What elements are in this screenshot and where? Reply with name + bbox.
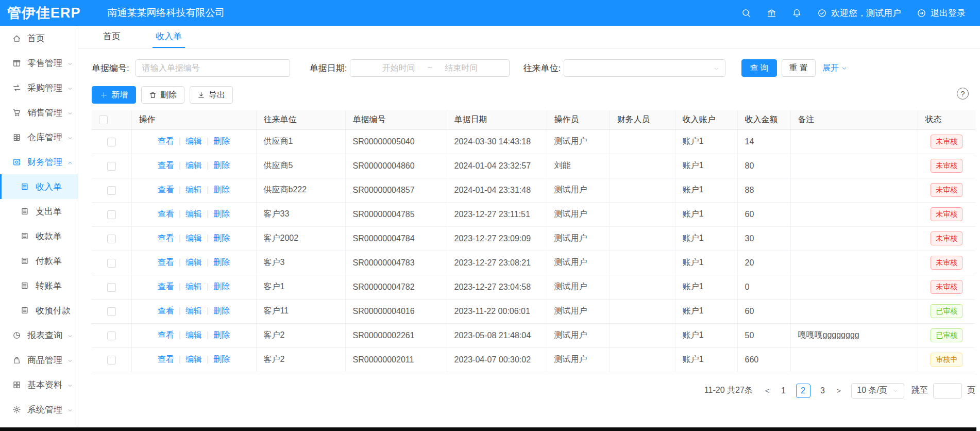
next-page-button[interactable]: > (833, 386, 846, 395)
delete-link[interactable]: 删除 (213, 137, 230, 145)
action-separator: | (207, 234, 209, 242)
notification-bell-icon[interactable] (792, 8, 802, 18)
row-checkbox[interactable] (107, 186, 116, 195)
view-link[interactable]: 查看 (158, 185, 174, 194)
prev-page-button[interactable]: < (761, 386, 774, 395)
reset-button[interactable]: 重 置 (782, 59, 816, 77)
finance-staff-cell (610, 202, 675, 226)
delete-link[interactable]: 删除 (213, 234, 230, 242)
delete-link[interactable]: 删除 (213, 330, 230, 339)
delete-link[interactable]: 删除 (213, 355, 230, 363)
row-checkbox[interactable] (107, 307, 116, 316)
select-all-checkbox[interactable] (99, 115, 108, 124)
row-actions-cell: 查看|编辑|删除 (131, 178, 256, 202)
sidebar-subitem-prepaid[interactable]: 收预付款 (0, 298, 78, 323)
row-checkbox[interactable] (107, 356, 116, 364)
bank-icon[interactable] (767, 8, 776, 18)
search-icon[interactable] (741, 8, 751, 18)
remark-cell (790, 178, 918, 202)
view-link[interactable]: 查看 (158, 306, 174, 315)
delete-button[interactable]: 删除 (141, 86, 184, 104)
export-label: 导出 (209, 90, 225, 101)
sidebar-subitem-receipt[interactable]: 收款单 (0, 224, 78, 248)
delete-link[interactable]: 删除 (213, 258, 230, 267)
export-button[interactable]: 导出 (190, 86, 233, 104)
sidebar-item-home[interactable]: 首页 (0, 26, 78, 51)
expand-filters-link[interactable]: 展开 (822, 63, 848, 74)
edit-link[interactable]: 编辑 (185, 209, 202, 218)
delete-link[interactable]: 删除 (213, 209, 230, 218)
sidebar-item-purchase[interactable]: 采购管理 (0, 75, 78, 100)
sidebar-subitem-transfer[interactable]: 转账单 (0, 273, 78, 298)
date-end-input[interactable]: 结束时间 (445, 63, 478, 74)
view-link[interactable]: 查看 (158, 258, 174, 267)
edit-link[interactable]: 编辑 (185, 355, 202, 363)
edit-link[interactable]: 编辑 (185, 306, 202, 315)
amount-cell: 660 (737, 347, 790, 372)
trash-icon (149, 91, 157, 99)
row-checkbox[interactable] (107, 259, 116, 268)
sidebar-subitem-expense[interactable]: 支出单 (0, 199, 78, 224)
search-button[interactable]: 查 询 (741, 59, 776, 77)
view-link[interactable]: 查看 (158, 209, 174, 218)
delete-link[interactable]: 删除 (213, 306, 230, 315)
date-start-input[interactable]: 开始时间 (382, 63, 415, 74)
edit-link[interactable]: 编辑 (185, 137, 202, 145)
add-button[interactable]: 新增 (92, 86, 136, 104)
sidebar-item-sales[interactable]: 销售管理 (0, 100, 78, 125)
welcome-user[interactable]: 欢迎您，测试用户 (817, 7, 901, 19)
sidebar-item-warehouse[interactable]: 仓库管理 (0, 125, 78, 150)
edit-link[interactable]: 编辑 (185, 282, 202, 291)
sidebar-item-basic[interactable]: 基本资料 (0, 372, 78, 397)
view-link[interactable]: 查看 (158, 137, 174, 145)
edit-link[interactable]: 编辑 (185, 234, 202, 242)
page-number-button-2[interactable]: 2 (796, 384, 810, 398)
view-link[interactable]: 查看 (158, 161, 174, 170)
edit-link[interactable]: 编辑 (185, 185, 202, 194)
row-checkbox[interactable] (107, 210, 116, 219)
row-checkbox[interactable] (107, 235, 116, 243)
bill-no-cell: SR00000004785 (345, 202, 447, 226)
row-actions-cell: 查看|编辑|删除 (131, 202, 256, 226)
help-icon[interactable]: ? (957, 88, 969, 100)
edit-link[interactable]: 编辑 (185, 330, 202, 339)
action-separator: | (207, 258, 209, 267)
logout-button[interactable]: 退出登录 (917, 7, 966, 19)
delete-link[interactable]: 删除 (213, 282, 230, 291)
date-range-picker[interactable]: 开始时间 ~ 结束时间 (350, 59, 510, 77)
view-link[interactable]: 查看 (158, 234, 174, 242)
row-checkbox[interactable] (107, 138, 116, 146)
view-link[interactable]: 查看 (158, 282, 174, 291)
delete-link[interactable]: 删除 (213, 161, 230, 170)
jump-page-input[interactable] (933, 383, 962, 399)
sidebar-item-retail[interactable]: 零售管理 (0, 51, 78, 75)
sidebar-item-goods[interactable]: 商品管理 (0, 347, 78, 372)
edit-link[interactable]: 编辑 (185, 161, 202, 170)
sidebar-item-label: 仓库管理 (27, 131, 62, 143)
edit-link[interactable]: 编辑 (185, 258, 202, 267)
tab-income-receipt[interactable]: 收入单 (153, 26, 185, 48)
goods-icon (12, 356, 23, 364)
bill-date-cell: 2024-01-04 23:32:57 (447, 154, 547, 178)
view-link[interactable]: 查看 (158, 330, 174, 339)
bill-no-input[interactable] (136, 59, 290, 77)
tab-home[interactable]: 首页 (100, 26, 124, 48)
sidebar-subitem-income[interactable]: 收入单 (0, 174, 78, 199)
view-link[interactable]: 查看 (158, 355, 174, 363)
partner-select[interactable] (564, 59, 725, 77)
sidebar: 首页零售管理采购管理销售管理仓库管理财务管理收入单支出单收款单付款单转账单收预付… (0, 26, 78, 431)
sidebar-item-report[interactable]: 报表查询 (0, 323, 78, 347)
row-checkbox[interactable] (107, 162, 116, 171)
row-checkbox[interactable] (107, 283, 116, 292)
sidebar-item-finance[interactable]: 财务管理 (0, 150, 78, 174)
page-number-button-1[interactable]: 1 (776, 384, 791, 398)
chevron-down-icon (67, 406, 73, 416)
page-number-button-3[interactable]: 3 (816, 384, 830, 398)
sidebar-subitem-payment[interactable]: 付款单 (0, 248, 78, 273)
page-size-select[interactable]: 10 条/页 (851, 383, 904, 399)
top-header-bar: 管伊佳ERP 南通某某网络科技有限公司 欢迎您，测试用户 退出登录 (0, 0, 980, 26)
sidebar-item-system[interactable]: 系统管理 (0, 397, 78, 422)
row-checkbox[interactable] (107, 331, 116, 340)
bottom-bar (0, 427, 976, 431)
delete-link[interactable]: 删除 (213, 185, 230, 194)
